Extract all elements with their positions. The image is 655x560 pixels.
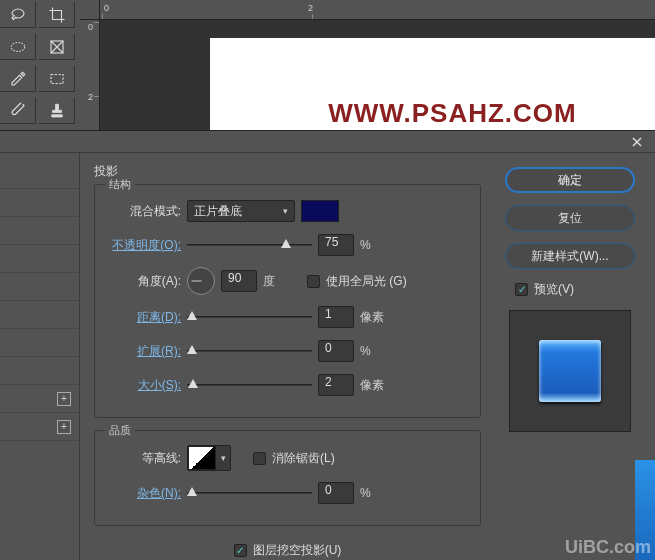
angle-label: 角度(A): xyxy=(109,273,181,290)
dialog-titlebar xyxy=(0,131,655,153)
effect-row[interactable] xyxy=(0,273,79,301)
noise-input[interactable]: 0 xyxy=(318,482,354,504)
effect-row[interactable] xyxy=(0,245,79,273)
blend-mode-label: 混合模式: xyxy=(109,203,181,220)
shadow-color-swatch[interactable] xyxy=(301,200,339,222)
preview-checkbox[interactable] xyxy=(515,283,528,296)
effect-settings-panel: 投影 结构 混合模式: 正片叠底 ▾ 不透明度(O): 75 xyxy=(80,153,497,560)
ruler-vertical: 0 2 xyxy=(80,20,100,130)
contour-label: 等高线: xyxy=(109,450,181,467)
size-slider[interactable] xyxy=(187,375,312,395)
antialias-checkbox[interactable] xyxy=(253,452,266,465)
spread-input[interactable]: 0 xyxy=(318,340,354,362)
preview-thumbnail xyxy=(509,310,631,432)
svg-point-0 xyxy=(11,42,25,51)
knockout-checkbox[interactable] xyxy=(234,544,247,557)
chevron-down-icon: ▾ xyxy=(283,206,288,216)
ruler-corner xyxy=(80,0,100,20)
app-top-area: 0 2 0 2 WWW.PSAHZ.COM xyxy=(0,0,655,130)
tool-stamp[interactable] xyxy=(39,98,75,124)
tool-dashrect[interactable] xyxy=(39,66,75,92)
noise-slider[interactable] xyxy=(187,483,312,503)
effect-row[interactable] xyxy=(0,189,79,217)
document-viewport: 0 2 0 2 WWW.PSAHZ.COM xyxy=(80,0,655,130)
right-edge-strip xyxy=(635,460,655,560)
effect-row[interactable] xyxy=(0,217,79,245)
antialias-label: 消除锯齿(L) xyxy=(272,450,335,467)
tool-eyedropper[interactable] xyxy=(0,66,36,92)
quality-fieldset: 品质 等高线: ▾ 消除锯齿(L) 杂色(N): 0 xyxy=(94,430,481,526)
knockout-label: 图层挖空投影(U) xyxy=(253,542,342,559)
blend-mode-select[interactable]: 正片叠底 ▾ xyxy=(187,200,295,222)
global-light-checkbox[interactable] xyxy=(307,275,320,288)
tool-palette xyxy=(0,0,78,130)
chevron-down-icon: ▾ xyxy=(216,446,230,470)
structure-label: 结构 xyxy=(105,177,135,192)
ruler-horizontal: 0 2 xyxy=(100,0,655,20)
noise-unit: % xyxy=(360,486,386,500)
opacity-input[interactable]: 75 xyxy=(318,234,354,256)
dialog-content: + + 投影 结构 混合模式: 正片叠底 ▾ 不透明度(O): xyxy=(0,153,655,560)
tool-marquee[interactable] xyxy=(0,34,36,60)
noise-label[interactable]: 杂色(N): xyxy=(109,485,181,502)
angle-dial[interactable] xyxy=(187,267,215,295)
effect-row[interactable] xyxy=(0,301,79,329)
quality-label: 品质 xyxy=(105,423,135,438)
canvas-watermark-text: WWW.PSAHZ.COM xyxy=(328,98,576,129)
spread-unit: % xyxy=(360,344,386,358)
tool-brush[interactable] xyxy=(0,98,36,124)
tool-lasso[interactable] xyxy=(0,2,36,28)
size-label[interactable]: 大小(S): xyxy=(109,377,181,394)
global-light-label: 使用全局光 (G) xyxy=(326,273,407,290)
distance-unit: 像素 xyxy=(360,309,386,326)
contour-picker[interactable]: ▾ xyxy=(187,445,231,471)
new-style-button[interactable]: 新建样式(W)... xyxy=(505,243,635,269)
plus-icon: + xyxy=(57,420,71,434)
opacity-unit: % xyxy=(360,238,386,252)
panel-title: 投影 xyxy=(94,163,481,180)
close-button[interactable] xyxy=(619,131,655,153)
structure-fieldset: 结构 混合模式: 正片叠底 ▾ 不透明度(O): 75 % xyxy=(94,184,481,418)
plus-icon: + xyxy=(57,392,71,406)
tool-crop[interactable] xyxy=(39,2,75,28)
effect-row[interactable] xyxy=(0,161,79,189)
ok-button[interactable]: 确定 xyxy=(505,167,635,193)
effect-add-row[interactable]: + xyxy=(0,413,79,441)
layer-style-dialog: + + 投影 结构 混合模式: 正片叠底 ▾ 不透明度(O): xyxy=(0,130,655,560)
distance-input[interactable]: 1 xyxy=(318,306,354,328)
distance-label[interactable]: 距离(D): xyxy=(109,309,181,326)
angle-unit: 度 xyxy=(263,273,289,290)
size-unit: 像素 xyxy=(360,377,386,394)
tool-frame[interactable] xyxy=(39,34,75,60)
opacity-slider[interactable] xyxy=(187,235,312,255)
canvas[interactable]: WWW.PSAHZ.COM xyxy=(210,38,655,130)
effect-row[interactable] xyxy=(0,329,79,357)
contour-thumbnail xyxy=(188,446,216,470)
distance-slider[interactable] xyxy=(187,307,312,327)
angle-input[interactable]: 90 xyxy=(221,270,257,292)
opacity-label[interactable]: 不透明度(O): xyxy=(109,237,181,254)
spread-label[interactable]: 扩展(R): xyxy=(109,343,181,360)
svg-rect-2 xyxy=(51,74,63,83)
reset-button[interactable]: 复位 xyxy=(505,205,635,231)
spread-slider[interactable] xyxy=(187,341,312,361)
effects-list: + + xyxy=(0,153,80,560)
preview-square xyxy=(539,340,601,402)
effect-add-row[interactable]: + xyxy=(0,385,79,413)
effect-row[interactable] xyxy=(0,357,79,385)
blend-mode-value: 正片叠底 xyxy=(194,203,242,220)
size-input[interactable]: 2 xyxy=(318,374,354,396)
preview-label: 预览(V) xyxy=(534,281,574,298)
dialog-right-panel: 确定 复位 新建样式(W)... 预览(V) xyxy=(497,153,655,560)
